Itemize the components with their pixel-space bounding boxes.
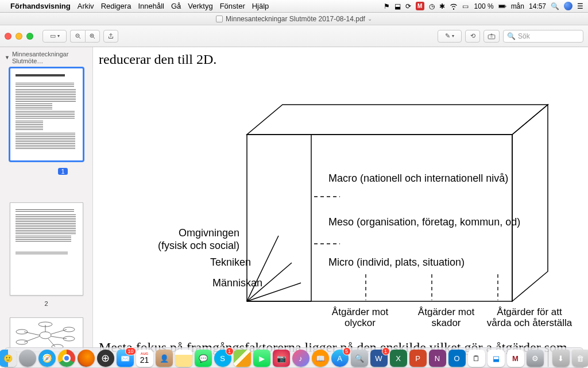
- label-meso: Meso (organisation, företag, kommun, od): [328, 216, 520, 228]
- disclosure-triangle-icon[interactable]: ▼: [5, 55, 10, 60]
- window-body: ▼ Minnesanteckningar Slutmöte… 1: [0, 47, 588, 358]
- dock-chrome[interactable]: [58, 350, 75, 367]
- sync-icon[interactable]: ⟳: [405, 2, 411, 10]
- menu-arkiv[interactable]: Arkiv: [78, 2, 94, 10]
- cube-diagram: Omgivningen (fysisk och social) Tekniken…: [162, 82, 575, 329]
- thumbnail-page-2[interactable]: [10, 202, 83, 296]
- doc-text-line1: reducerar den till 2D.: [99, 52, 216, 67]
- dock-onenote[interactable]: N: [429, 350, 446, 367]
- menu-innehall[interactable]: Innehåll: [138, 2, 164, 10]
- document-proxy-icon[interactable]: [216, 16, 223, 22]
- title-chevron-icon[interactable]: ⌄: [368, 16, 372, 22]
- label-manniskan: Människan: [194, 277, 262, 289]
- menu-ga[interactable]: Gå: [171, 2, 181, 10]
- dock-facetime[interactable]: ▶: [253, 350, 270, 367]
- label-omgivningen: Omgivningen (fysisk och social): [107, 227, 239, 252]
- m-icon[interactable]: M: [416, 2, 424, 10]
- dock-textedit[interactable]: 🗒: [468, 350, 485, 367]
- label-xaxis-3: Åtgärder för att vårda och återställa: [483, 307, 575, 328]
- traffic-lights: [5, 33, 33, 40]
- dock-sysprefs[interactable]: ⚙: [527, 350, 544, 367]
- notification-center-icon[interactable]: ☰: [577, 2, 583, 10]
- dock-ibooks[interactable]: 📖: [312, 350, 329, 367]
- markup-button[interactable]: [483, 30, 500, 43]
- zoom-segment: [70, 30, 100, 43]
- dock-dropbox[interactable]: ⬓: [488, 350, 505, 367]
- dock-contacts[interactable]: 👤: [156, 350, 173, 367]
- window-title: Minnesanteckningar Slutmöte 2017-08-14.p…: [226, 15, 365, 23]
- dock-trash[interactable]: 🗑: [572, 350, 589, 367]
- close-window-button[interactable]: [5, 33, 11, 40]
- display-icon[interactable]: ▭: [462, 2, 469, 10]
- battery-icon[interactable]: [498, 2, 506, 10]
- zoom-out-button[interactable]: [70, 30, 85, 43]
- app-name[interactable]: Förhandsvisning: [10, 2, 71, 10]
- thumbnail-page-1[interactable]: [10, 68, 83, 161]
- dock-dashboard[interactable]: ⊕: [97, 350, 114, 367]
- timemachine-icon[interactable]: ◷: [429, 2, 435, 10]
- zoom-in-button[interactable]: [85, 30, 100, 43]
- label-xaxis-1: Åtgärder mot olyckor: [323, 307, 397, 328]
- dock-launchpad[interactable]: [19, 350, 36, 367]
- menu-hjalp[interactable]: Hjälp: [252, 2, 269, 10]
- dock-safari[interactable]: 🧭: [38, 350, 56, 367]
- page-number-2: 2: [5, 300, 88, 307]
- label-macro: Macro (nationell och internationell nivå…: [328, 172, 508, 185]
- menu-fonster[interactable]: Fönster: [220, 2, 245, 10]
- dock-word[interactable]: W1: [370, 350, 388, 367]
- flag-icon[interactable]: ⚑: [384, 2, 390, 10]
- dock-photobooth[interactable]: 📷: [273, 350, 290, 367]
- user-icon[interactable]: [564, 2, 572, 10]
- dock-messages[interactable]: 💬: [195, 350, 212, 367]
- dock-mendeley[interactable]: M: [507, 350, 524, 367]
- mail-badge: 10: [125, 347, 136, 355]
- dock-notes[interactable]: [175, 350, 192, 367]
- dock-maps[interactable]: [234, 350, 251, 367]
- clock-time[interactable]: 14:57: [529, 2, 546, 10]
- search-placeholder: Sök: [518, 32, 530, 40]
- menubar: Förhandsvisning Arkiv Redigera Innehåll …: [0, 0, 588, 13]
- search-icon: 🔍: [507, 32, 516, 40]
- search-field[interactable]: 🔍 Sök: [503, 30, 583, 43]
- svg-rect-2: [505, 5, 506, 7]
- dock-outlook[interactable]: O: [448, 350, 466, 367]
- svg-line-4: [79, 37, 80, 39]
- minimize-window-button[interactable]: [16, 33, 22, 40]
- label-xaxis-2: Åtgärder mot skador: [409, 307, 483, 328]
- rotate-button[interactable]: ⟲: [465, 30, 480, 43]
- highlight-button[interactable]: ✎ ▾: [438, 30, 462, 43]
- share-button[interactable]: [103, 30, 118, 43]
- dropbox-icon[interactable]: ⬓: [394, 2, 401, 10]
- menu-redigera[interactable]: Redigera: [101, 2, 131, 10]
- dock-mail[interactable]: ✉️10: [117, 350, 134, 367]
- dock-calendar[interactable]: AUG 21: [136, 350, 153, 367]
- view-mode-button[interactable]: ▭ ▾: [42, 30, 67, 43]
- dock-separator: [548, 351, 548, 367]
- dock-skype[interactable]: S1: [214, 350, 231, 367]
- dock-finder[interactable]: 🙂: [0, 350, 17, 367]
- sidebar-header[interactable]: ▼ Minnesanteckningar Slutmöte…: [5, 51, 88, 64]
- fullscreen-window-button[interactable]: [26, 33, 33, 40]
- document-page[interactable]: reducerar den till 2D.: [93, 47, 588, 358]
- clock-day[interactable]: mån: [511, 2, 524, 10]
- dock-appstore[interactable]: A5: [331, 350, 349, 367]
- svg-line-7: [94, 37, 95, 39]
- svg-point-11: [491, 33, 492, 34]
- dock-downloads[interactable]: ⬇: [552, 350, 570, 367]
- svg-point-16: [16, 329, 28, 334]
- svg-marker-25: [247, 105, 548, 135]
- dock-preview[interactable]: 🔍: [351, 350, 368, 367]
- svg-line-19: [51, 329, 67, 334]
- dock-itunes[interactable]: ♪: [292, 350, 310, 367]
- svg-line-17: [24, 336, 40, 342]
- menu-verktyg[interactable]: Verktyg: [188, 2, 212, 10]
- dock-firefox[interactable]: [78, 350, 95, 367]
- rays-icon[interactable]: ✱: [439, 2, 445, 10]
- spotlight-icon[interactable]: 🔍: [551, 2, 559, 10]
- dock-powerpoint[interactable]: P: [409, 350, 427, 367]
- wifi-icon[interactable]: [450, 2, 458, 10]
- skype-badge: 1: [226, 347, 234, 355]
- dock-excel[interactable]: X: [390, 350, 407, 367]
- svg-marker-27: [512, 105, 548, 301]
- svg-line-30: [247, 236, 278, 301]
